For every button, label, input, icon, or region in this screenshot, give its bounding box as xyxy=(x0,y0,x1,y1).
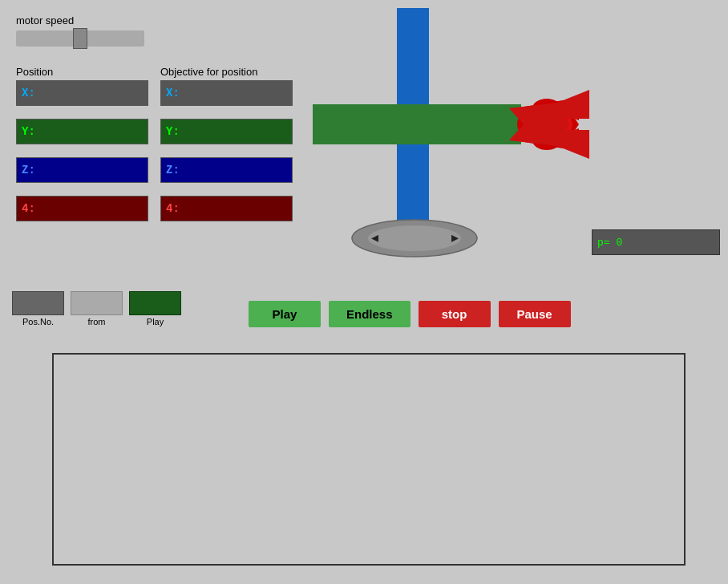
teachin-box: Teach-In Position X: Y: Z: 4: Read Fin =… xyxy=(52,353,686,566)
pos-no-box xyxy=(12,291,64,315)
from-group: from xyxy=(71,291,123,326)
objective-x-display: X: xyxy=(160,80,293,106)
objective-4-display: 4: xyxy=(160,196,293,221)
svg-text:◂: ◂ xyxy=(371,229,378,245)
base-disc-svg: ◂ ▸ xyxy=(350,218,479,258)
objective-z-display: Z: xyxy=(160,157,293,183)
motor-speed-label: motor speed xyxy=(16,14,74,26)
controls-row: Play Endless stop Pause xyxy=(249,301,571,327)
pos-no-group: Pos.No. xyxy=(12,291,64,326)
position-4-display: 4: xyxy=(16,196,148,221)
motor-speed-slider[interactable] xyxy=(16,30,144,47)
pos-controls-area: Pos.No. from Play xyxy=(12,291,181,326)
objective-label: Objective for position xyxy=(160,66,257,78)
main-area: motor speed Position Objective for posit… xyxy=(0,0,728,584)
from-box xyxy=(71,291,123,315)
objective-y-display: Y: xyxy=(160,119,293,144)
pos-no-label: Pos.No. xyxy=(22,317,54,326)
endless-button[interactable]: Endless xyxy=(329,301,411,327)
play-label: Play xyxy=(147,317,164,326)
svg-marker-9 xyxy=(557,130,589,159)
gripper-svg xyxy=(509,88,589,160)
position-label: Position xyxy=(16,66,53,78)
play-button[interactable]: Play xyxy=(249,301,321,327)
position-x-display: X: xyxy=(16,80,148,106)
robot-visualization: ◂ ▸ xyxy=(305,8,593,281)
play-group: Play xyxy=(129,291,181,326)
position-z-display: Z: xyxy=(16,157,148,183)
play-box xyxy=(129,291,181,315)
from-label: from xyxy=(88,317,106,326)
svg-marker-8 xyxy=(557,90,589,119)
svg-text:▸: ▸ xyxy=(451,229,459,245)
arm-horizontal xyxy=(313,104,521,144)
p-display: p= 0 xyxy=(592,229,720,255)
pause-button[interactable]: Pause xyxy=(499,301,571,327)
stop-button[interactable]: stop xyxy=(419,301,491,327)
position-y-display: Y: xyxy=(16,119,148,144)
svg-point-11 xyxy=(368,225,461,251)
